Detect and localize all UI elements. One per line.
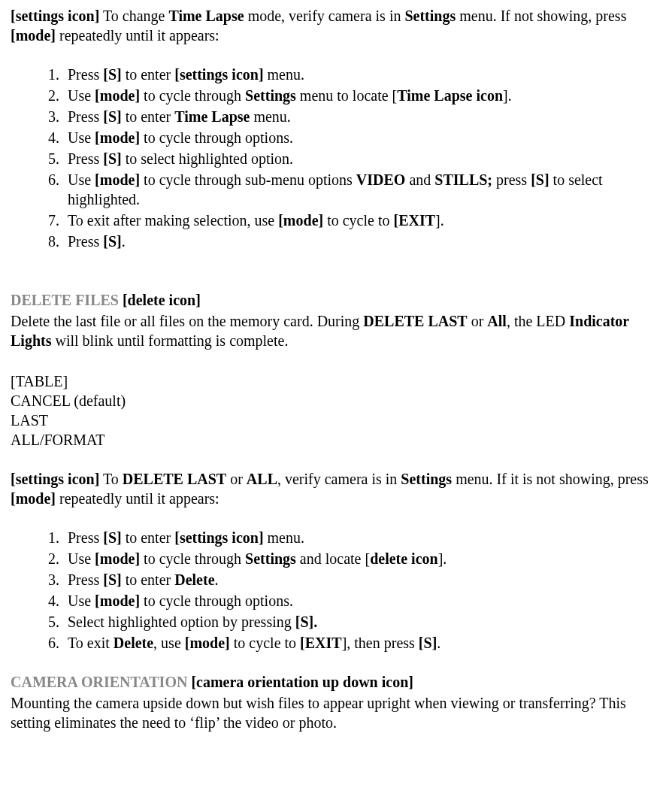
camera-orientation-icon: [camera orientation up down icon] <box>191 674 413 690</box>
list-item: Use [mode] to cycle through Settings and… <box>63 549 661 568</box>
delete-files-desc: Delete the last file or all files on the… <box>11 311 661 350</box>
delete-steps: Press [S] to enter [settings icon] menu.… <box>41 528 661 653</box>
list-item: Use [mode] to cycle through options. <box>63 128 661 147</box>
settings-icon: [settings icon] <box>174 66 263 83</box>
delete-icon: delete icon <box>370 550 438 567</box>
timelapse-icon: Time Lapse icon <box>397 87 503 104</box>
list-item: Press [S]. <box>63 232 661 251</box>
table-label: [TABLE] <box>11 371 661 391</box>
camera-orientation-desc: Mounting the camera upside down but wish… <box>11 693 661 732</box>
list-item: Use [mode] to cycle through Settings men… <box>63 86 661 105</box>
list-item: To exit after making selection, use [mod… <box>63 211 661 230</box>
table-row: LAST <box>11 411 661 430</box>
list-item: Select highlighted option by pressing [S… <box>63 612 661 632</box>
table-row: ALL/FORMAT <box>11 430 661 450</box>
list-item: Press [S] to enter Time Lapse menu. <box>63 107 661 126</box>
delete-options-table: [TABLE] CANCEL (default) LAST ALL/FORMAT <box>11 371 661 450</box>
timelapse-steps: Press [S] to enter [settings icon] menu.… <box>41 65 661 251</box>
list-item: Use [mode] to cycle through sub-menu opt… <box>63 170 661 209</box>
settings-icon: [settings icon] <box>11 8 99 24</box>
settings-icon: [settings icon] <box>174 529 263 546</box>
table-row: CANCEL (default) <box>11 391 661 411</box>
list-item: Press [S] to enter [settings icon] menu. <box>63 528 661 547</box>
camera-orientation-title: CAMERA ORIENTATION <box>11 674 191 690</box>
delete-intro: [settings icon] To DELETE LAST or ALL, v… <box>11 469 661 508</box>
list-item: Press [S] to enter [settings icon] menu. <box>63 65 661 84</box>
delete-icon: [delete icon] <box>123 292 201 308</box>
timelapse-intro: [settings icon] To change Time Lapse mod… <box>11 6 661 45</box>
delete-files-title: DELETE FILES <box>11 292 123 308</box>
list-item: Press [S] to select highlighted option. <box>63 149 661 168</box>
settings-icon: [settings icon] <box>11 471 99 487</box>
list-item: Press [S] to enter Delete. <box>63 570 661 589</box>
delete-files-heading: DELETE FILES [delete icon] <box>11 290 661 310</box>
list-item: Use [mode] to cycle through options. <box>63 591 661 611</box>
list-item: To exit Delete, use [mode] to cycle to [… <box>63 633 661 653</box>
camera-orientation-heading: CAMERA ORIENTATION [camera orientation u… <box>11 672 661 692</box>
timelapse-section: [settings icon] To change Time Lapse mod… <box>11 6 661 251</box>
